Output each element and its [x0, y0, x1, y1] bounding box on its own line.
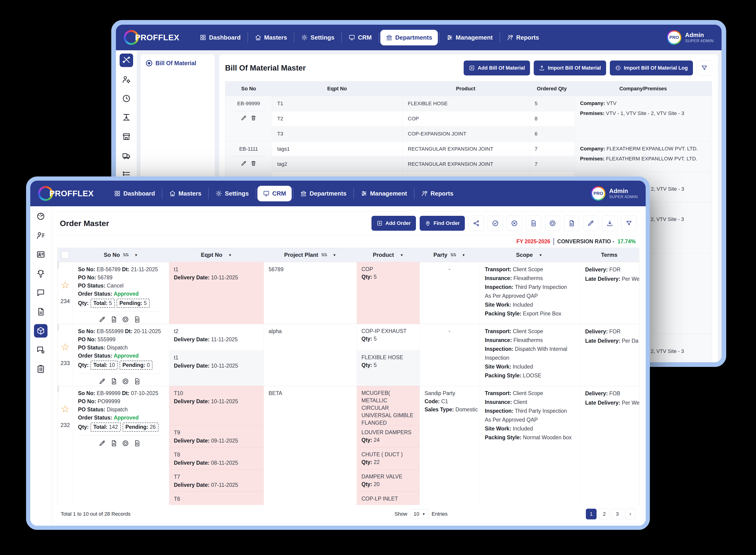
nav-item-reports[interactable]: Reports	[501, 30, 545, 45]
doc-d-action[interactable]: D	[134, 440, 141, 448]
pencil-button[interactable]	[583, 216, 598, 231]
nav-item-management[interactable]: Management	[355, 186, 413, 201]
dropdown-icon[interactable]: ▼	[333, 253, 336, 257]
order-details-cell: So No: EB-56789 Dt: 21-11-2025 PO No: 56…	[73, 262, 169, 324]
sidebar-item-speedometer[interactable]	[34, 210, 47, 223]
brand-name: PROFFLEX	[49, 189, 94, 198]
doc-d-action[interactable]: D	[134, 378, 141, 386]
doc-d-button[interactable]: D	[526, 216, 541, 231]
product-item: COP-LP INLET	[357, 492, 420, 506]
star-icon[interactable]: ☆	[61, 342, 70, 352]
pencil-action[interactable]	[99, 316, 106, 324]
sidebar-item-clock[interactable]	[120, 92, 133, 105]
page-button-1[interactable]: 1	[586, 509, 596, 519]
next-page-button[interactable]: ›	[625, 509, 636, 519]
stage: PROFFLEX DashboardMastersSettingsCRMDepa…	[0, 0, 756, 555]
target-action[interactable]	[122, 378, 129, 386]
select-all-checkbox[interactable]	[61, 251, 69, 259]
sidebar-item-user-list[interactable]	[34, 228, 47, 242]
doc-button[interactable]	[564, 216, 579, 231]
doc-action[interactable]	[110, 316, 117, 324]
order-row-234: ☆ 234 So No: EB-56789 Dt: 21-11-2025 PO …	[58, 262, 639, 324]
add-bill-of-material-button[interactable]: Add Bill Of Material	[464, 60, 530, 76]
column-header-scope[interactable]: Scope▼	[479, 252, 579, 258]
share-button[interactable]	[469, 216, 484, 231]
doc-action[interactable]	[110, 378, 117, 386]
sidebar-item-doc[interactable]	[34, 305, 47, 318]
eqpt-item: t1Delivery Date: 10-11-2025	[169, 262, 264, 324]
doc-action[interactable]	[110, 440, 117, 448]
target-action[interactable]	[122, 316, 129, 324]
sidebar-item-bulb[interactable]	[34, 267, 47, 280]
pencil-action[interactable]	[241, 115, 247, 122]
nav-item-dashboard[interactable]: Dashboard	[194, 30, 246, 45]
add-order-button[interactable]: Add Order	[371, 216, 416, 231]
nav-item-settings[interactable]: Settings	[296, 30, 340, 45]
dropdown-icon[interactable]: ▼	[539, 253, 542, 257]
pencil-action[interactable]	[99, 440, 106, 448]
sidebar-item-chat[interactable]	[34, 286, 47, 299]
row-checkbox[interactable]	[58, 324, 59, 331]
nav-item-crm[interactable]: CRM	[258, 186, 292, 201]
target-action[interactable]	[122, 440, 129, 448]
sidebar-item-clipboard[interactable]	[34, 362, 47, 376]
nav-item-dashboard[interactable]: Dashboard	[108, 186, 161, 201]
check-circle-button[interactable]	[488, 216, 503, 231]
dropdown-icon[interactable]: ▼	[134, 253, 138, 257]
sidebar-item-truck[interactable]	[120, 149, 133, 163]
filter-button[interactable]	[621, 216, 636, 231]
import-bill-of-material-log-button[interactable]: Import Bill Of Material Log	[610, 60, 693, 76]
dropdown-icon[interactable]: ▼	[400, 253, 403, 257]
pencil-action[interactable]	[99, 378, 106, 386]
column-header-party[interactable]: Party⇅⇅▼	[420, 252, 479, 258]
bill-of-material-radio[interactable]: Bill Of Material	[146, 60, 209, 67]
column-header-terms[interactable]: Terms	[579, 252, 639, 258]
sidebar-item-store[interactable]	[120, 130, 133, 143]
find-order-button[interactable]: Find Order	[420, 216, 465, 231]
filter-button[interactable]	[697, 60, 712, 76]
sidebar-item-box3d[interactable]	[34, 324, 47, 338]
page-size-select[interactable]: 10 ▼	[410, 509, 429, 519]
row-checkbox[interactable]	[58, 262, 59, 269]
sidebar-item-cnc[interactable]	[120, 111, 133, 124]
nav-item-masters[interactable]: Masters	[249, 30, 293, 45]
star-icon[interactable]: ☆	[61, 280, 70, 290]
nav-item-departments[interactable]: Departments	[295, 186, 352, 201]
pencil-action[interactable]	[241, 160, 247, 168]
trash-action[interactable]	[251, 115, 257, 122]
page-size-value: 10	[414, 511, 419, 517]
nav-item-reports[interactable]: Reports	[416, 186, 459, 201]
row-actions: D	[78, 374, 169, 386]
page-button-2[interactable]: 2	[599, 509, 610, 519]
row-checkbox[interactable]	[58, 386, 59, 392]
star-icon[interactable]: ☆	[61, 404, 70, 414]
doc-d-action[interactable]: D	[134, 316, 141, 324]
user-menu[interactable]: PRO Admin SUPER ADMIN	[591, 186, 638, 201]
dropdown-icon[interactable]: ▼	[228, 253, 232, 257]
download-button[interactable]	[602, 216, 618, 231]
sidebar-item-contact-card[interactable]	[34, 248, 47, 261]
nav-item-settings[interactable]: Settings	[210, 186, 254, 201]
nav-item-masters[interactable]: Masters	[164, 186, 207, 201]
nav-separator	[248, 32, 248, 43]
sort-icon: ⇅⇅	[321, 252, 326, 257]
import-bill-of-material-button[interactable]: Import Bill Of Material	[534, 60, 606, 76]
eqpt-item: T8Delivery Date: 08-11-2025	[169, 447, 264, 469]
user-menu[interactable]: PRO Admin SUPER ADMIN	[667, 30, 714, 45]
sidebar-item-user-gear[interactable]	[120, 73, 133, 86]
nav-item-management[interactable]: Management	[441, 30, 498, 45]
product-item: LOUVER DAMPERSQty: 24	[357, 425, 420, 447]
column-header-product[interactable]: Product▼	[357, 252, 420, 258]
sidebar-item-tools[interactable]	[120, 53, 133, 67]
dropdown-icon[interactable]: ▼	[462, 253, 465, 257]
column-header-eqpt-no[interactable]: Eqpt No▼	[169, 252, 264, 258]
sidebar-item-chat-gear[interactable]	[34, 343, 47, 357]
nav-item-departments[interactable]: Departments	[380, 30, 438, 45]
target-button[interactable]	[545, 216, 560, 231]
column-header-so-no[interactable]: So No⇅⇅▼	[73, 252, 169, 258]
column-header-project-plant[interactable]: Project Plant⇅⇅▼	[264, 252, 357, 258]
trash-action[interactable]	[251, 160, 257, 168]
page-button-3[interactable]: 3	[612, 509, 623, 519]
nav-item-crm[interactable]: CRM	[343, 30, 377, 45]
x-circle-button[interactable]	[507, 216, 522, 231]
